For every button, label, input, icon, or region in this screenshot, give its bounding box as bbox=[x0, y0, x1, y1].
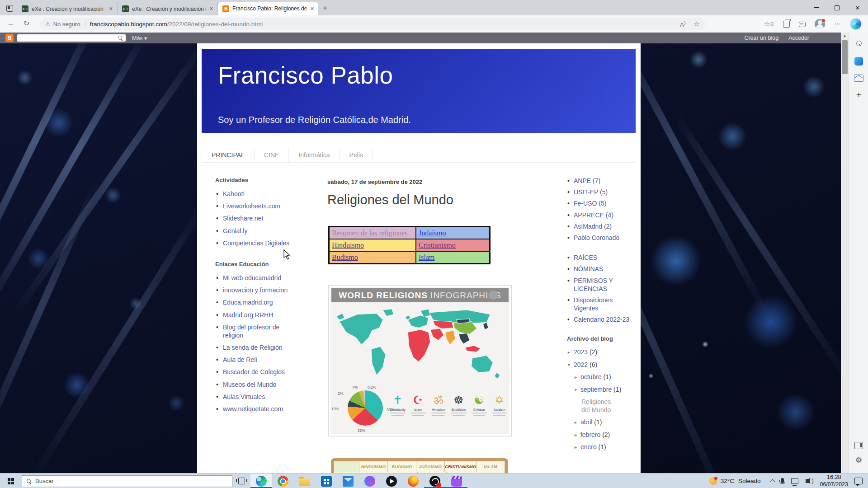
sidebar-link[interactable]: Competencias Digitales bbox=[215, 239, 296, 247]
weather-sun-icon[interactable] bbox=[709, 477, 717, 485]
archive-link[interactable]: 2023 bbox=[574, 348, 588, 356]
new-tab-button[interactable]: + bbox=[323, 4, 327, 13]
sidebar-link[interactable]: innovacion y formacion bbox=[215, 286, 296, 294]
favorites-icon[interactable]: ☆≡ bbox=[764, 20, 774, 28]
taskbar-app-chrome[interactable] bbox=[272, 474, 294, 488]
sidebar-link[interactable]: Genial.ly bbox=[215, 227, 296, 235]
religion-link-cell[interactable]: Hinduismo bbox=[329, 239, 416, 251]
taskbar-app-obs[interactable] bbox=[424, 474, 446, 488]
archive-toggle-arrow-icon[interactable]: ► bbox=[574, 375, 578, 380]
back-icon[interactable]: ← bbox=[7, 19, 15, 28]
window-minimize-button[interactable] bbox=[806, 0, 826, 15]
add-icon[interactable]: + bbox=[856, 91, 862, 99]
sidebar-link[interactable]: Kahoot! bbox=[215, 190, 296, 198]
sidebar-link[interactable]: Aula de Reli bbox=[215, 356, 296, 364]
archive-item[interactable]: ►2023 (2) bbox=[567, 348, 627, 357]
browser-essentials-icon[interactable] bbox=[799, 22, 806, 27]
religion-link[interactable]: Resumen de las religiones bbox=[332, 229, 408, 237]
weather-status[interactable]: 32°CSoleado bbox=[721, 478, 761, 484]
security-label[interactable]: No seguro bbox=[53, 21, 80, 28]
sidebar-link[interactable]: Mi web educamadrid bbox=[215, 274, 296, 282]
religion-link-cell[interactable]: Cristianismo bbox=[416, 239, 490, 251]
religion-link-cell[interactable]: Judaísmo bbox=[416, 227, 490, 239]
archive-link[interactable]: abril bbox=[580, 418, 592, 426]
archive-toggle-arrow-icon[interactable]: ► bbox=[574, 420, 578, 425]
taskbar-clock[interactable]: 16:2806/07/2023 bbox=[820, 474, 848, 488]
religion-link[interactable]: Islam bbox=[419, 253, 435, 262]
sidebar-link[interactable]: Blog del profesor de religión bbox=[215, 323, 296, 339]
sidebar-link[interactable]: www.netiquetate.com bbox=[215, 405, 296, 413]
add-favorite-star-icon[interactable]: ☆ bbox=[694, 20, 700, 28]
archive-item[interactable]: ►enero (1) bbox=[567, 443, 627, 451]
sidebar-link[interactable]: USIT-EP (5) bbox=[567, 188, 630, 196]
archive-item[interactable]: Religiones del Mundo bbox=[567, 398, 620, 414]
sidebar-link[interactable]: Madrid.org RRHH bbox=[215, 311, 296, 319]
sidebar-link[interactable]: Pablo Coronado bbox=[567, 234, 630, 242]
tab-pelis[interactable]: Pelis bbox=[340, 148, 373, 162]
scrollbar-thumb[interactable] bbox=[842, 40, 848, 74]
taskbar-app-purple[interactable] bbox=[359, 474, 381, 488]
network-icon[interactable] bbox=[791, 478, 798, 484]
religion-link[interactable]: Judaísmo bbox=[419, 229, 446, 237]
microphone-icon[interactable] bbox=[781, 478, 784, 483]
mail-icon[interactable] bbox=[854, 75, 863, 82]
sidebar-link[interactable]: Buscador de Colegios bbox=[215, 368, 296, 376]
archive-link[interactable]: septiembre bbox=[580, 386, 612, 393]
tab-informatica[interactable]: Informática bbox=[289, 148, 340, 162]
sidebar-link[interactable]: PERMISOS Y LICENCIAS bbox=[567, 277, 630, 293]
tab-actions-button[interactable] bbox=[4, 3, 15, 14]
archive-item[interactable]: ▼septiembre (1) bbox=[567, 386, 627, 394]
religion-link-cell[interactable]: Budismo bbox=[329, 251, 416, 263]
religion-link[interactable]: Cristianismo bbox=[419, 241, 456, 249]
archive-toggle-arrow-icon[interactable]: ► bbox=[574, 445, 578, 450]
security-warning-icon[interactable]: ⚠ bbox=[45, 21, 51, 28]
discover-icon[interactable] bbox=[854, 57, 863, 66]
read-aloud-icon[interactable]: A) bbox=[680, 20, 685, 28]
url-host[interactable]: franciscopablo.blogspot.com bbox=[90, 21, 167, 28]
archive-item[interactable]: ►abril (1) bbox=[567, 418, 627, 427]
create-blog-link[interactable]: Crear un blog bbox=[744, 35, 778, 41]
religions-comparison-table-image[interactable]: HINDUISMO BUDISMO JUDAISMO CRISTIANISMO … bbox=[331, 458, 508, 473]
sidebar-link[interactable]: APPRECE (4) bbox=[567, 211, 630, 219]
notification-icon[interactable] bbox=[854, 478, 863, 484]
search-icon[interactable] bbox=[856, 40, 862, 48]
window-restore-button[interactable] bbox=[826, 0, 847, 15]
profile-avatar[interactable] bbox=[815, 19, 825, 29]
sidebar-link[interactable]: NÓMINAS bbox=[567, 265, 630, 273]
archive-toggle-arrow-icon[interactable]: ▼ bbox=[574, 388, 578, 392]
taskbar-app-media-player[interactable] bbox=[381, 474, 402, 488]
address-bar[interactable]: ⚠ No seguro franciscopablo.blogspot.com … bbox=[40, 18, 705, 30]
archive-item[interactable]: ►febrero (2) bbox=[567, 431, 627, 439]
settings-gear-icon[interactable]: ⚙ bbox=[855, 455, 862, 465]
archive-link[interactable]: octubre bbox=[580, 373, 602, 380]
sidebar-link[interactable]: Aulas Virtuales bbox=[215, 393, 296, 401]
archive-link[interactable]: febrero bbox=[580, 431, 600, 438]
archive-link[interactable]: Religiones del Mundo bbox=[581, 398, 611, 413]
sidebar-link[interactable]: Slideshare.net bbox=[215, 214, 296, 222]
copilot-icon[interactable] bbox=[850, 18, 862, 30]
browser-tab-active[interactable]: Francisco Pablo: Religiones del M ✕ bbox=[218, 2, 318, 15]
taskbar-app-edge[interactable] bbox=[250, 474, 272, 488]
sidebar-link[interactable]: Educa.madrid.org bbox=[215, 298, 296, 306]
sidebar-link[interactable]: ANPE (7) bbox=[567, 177, 630, 185]
sidebar-link[interactable]: Calendario 2022-23 bbox=[567, 315, 630, 324]
collections-icon[interactable] bbox=[783, 21, 790, 28]
url-path[interactable]: /2022/09/religiones-del-mundo.html bbox=[167, 21, 263, 28]
archive-toggle-arrow-icon[interactable]: ► bbox=[567, 350, 571, 355]
sidebar-link[interactable]: Disposiciones Vigentes bbox=[567, 296, 630, 312]
sidebar-link[interactable]: RAÍCES bbox=[567, 253, 630, 262]
religion-link-cell[interactable]: Islam bbox=[416, 251, 490, 263]
archive-link[interactable]: 2022 bbox=[574, 361, 588, 368]
browser-tab[interactable]: eXe : Creación y modificación de ✕ bbox=[118, 2, 218, 15]
taskbar-app-firefox[interactable] bbox=[402, 474, 424, 488]
sign-in-link[interactable]: Acceder bbox=[788, 35, 809, 41]
sidebar-link[interactable]: La senda de Religión bbox=[215, 343, 296, 352]
speaker-icon[interactable] bbox=[806, 479, 809, 483]
taskbar-app-store[interactable] bbox=[316, 474, 337, 488]
taskbar-app-file-explorer[interactable] bbox=[294, 474, 316, 488]
tab-close-icon[interactable]: ✕ bbox=[309, 5, 316, 12]
religion-link[interactable]: Hinduismo bbox=[332, 241, 364, 249]
page-scrollbar[interactable]: ▲ bbox=[841, 33, 849, 473]
tab-cine[interactable]: CINE bbox=[255, 148, 289, 162]
sidebar-panel-icon[interactable] bbox=[854, 442, 863, 449]
